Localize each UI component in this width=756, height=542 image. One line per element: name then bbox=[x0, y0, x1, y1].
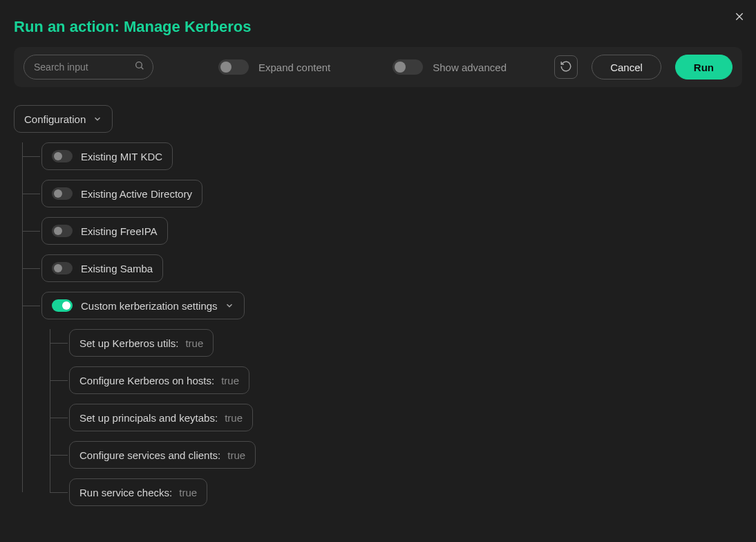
tree-node-existing-freeipa[interactable]: Existing FreeIPA bbox=[41, 217, 168, 245]
expand-content-toggle[interactable] bbox=[218, 59, 249, 75]
tree-node-label: Existing FreeIPA bbox=[81, 225, 158, 237]
tree-node-value: true bbox=[221, 375, 239, 386]
expand-content-label: Expand content bbox=[258, 62, 330, 73]
tree-children: Set up Kerberos utils: true Configure Ke… bbox=[50, 329, 742, 506]
search-input[interactable] bbox=[23, 55, 153, 80]
tree-node-custom-kerberization[interactable]: Custom kerberization settings bbox=[41, 292, 245, 319]
config-tree: Configuration Existing MIT KDC Existing … bbox=[0, 87, 756, 520]
reset-button[interactable] bbox=[554, 55, 578, 79]
chevron-down-icon bbox=[93, 114, 102, 124]
cancel-button[interactable]: Cancel bbox=[592, 55, 661, 80]
toggle-existing-samba[interactable] bbox=[52, 262, 73, 274]
chevron-down-icon bbox=[225, 301, 234, 310]
tree-node-value: true bbox=[179, 487, 197, 498]
tree-node-label: Existing Samba bbox=[81, 263, 153, 274]
tree-children: Existing MIT KDC Existing Active Directo… bbox=[22, 142, 742, 506]
toolbar: Expand content Show advanced Cancel Run bbox=[14, 47, 742, 87]
show-advanced-toggle-wrap: Show advanced bbox=[393, 59, 507, 75]
show-advanced-label: Show advanced bbox=[433, 62, 507, 73]
tree-node-existing-samba[interactable]: Existing Samba bbox=[41, 254, 163, 282]
refresh-icon bbox=[560, 60, 572, 75]
tree-node-label: Set up principals and keytabs: bbox=[79, 412, 218, 424]
expand-content-toggle-wrap: Expand content bbox=[218, 59, 330, 75]
tree-node-existing-mit-kdc[interactable]: Existing MIT KDC bbox=[41, 142, 173, 170]
show-advanced-toggle[interactable] bbox=[393, 59, 423, 75]
tree-node-setup-principals-keytabs[interactable]: Set up principals and keytabs: true bbox=[69, 404, 253, 431]
page-title: Run an action: Manage Kerberos bbox=[0, 0, 756, 47]
tree-node-configure-kerberos-hosts[interactable]: Configure Kerberos on hosts: true bbox=[69, 366, 249, 394]
tree-node-configure-services-clients[interactable]: Configure services and clients: true bbox=[69, 441, 256, 469]
toggle-custom-kerberization[interactable] bbox=[52, 299, 73, 312]
tree-node-value: true bbox=[185, 337, 203, 349]
toggle-existing-freeipa[interactable] bbox=[52, 225, 73, 237]
toggle-existing-active-directory[interactable] bbox=[52, 187, 73, 200]
tree-node-configuration[interactable]: Configuration bbox=[14, 105, 113, 133]
toggle-existing-mit-kdc[interactable] bbox=[52, 150, 73, 162]
search-wrap bbox=[23, 55, 153, 80]
tree-node-label: Configure services and clients: bbox=[79, 449, 220, 461]
tree-node-label: Existing MIT KDC bbox=[81, 151, 162, 162]
tree-node-label: Configuration bbox=[24, 113, 86, 125]
tree-node-value: true bbox=[227, 449, 245, 461]
run-button[interactable]: Run bbox=[675, 55, 733, 80]
tree-node-label: Existing Active Directory bbox=[81, 188, 192, 200]
tree-node-label: Set up Kerberos utils: bbox=[79, 337, 178, 349]
tree-node-existing-active-directory[interactable]: Existing Active Directory bbox=[41, 180, 202, 207]
tree-node-label: Run service checks: bbox=[79, 487, 172, 498]
tree-node-run-service-checks[interactable]: Run service checks: true bbox=[69, 478, 207, 506]
tree-node-value: true bbox=[225, 412, 243, 424]
tree-node-label: Configure Kerberos on hosts: bbox=[79, 375, 214, 386]
close-button[interactable] bbox=[731, 8, 748, 25]
tree-node-label: Custom kerberization settings bbox=[81, 300, 218, 312]
tree-node-setup-kerberos-utils[interactable]: Set up Kerberos utils: true bbox=[69, 329, 214, 357]
